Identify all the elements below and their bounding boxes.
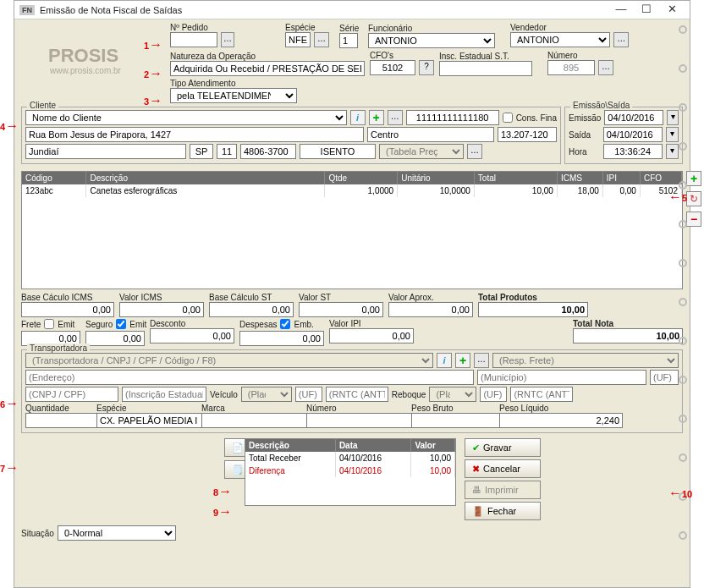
- base-st-input[interactable]: [209, 302, 294, 317]
- valor-st-input[interactable]: [299, 302, 383, 317]
- n-pedido-lookup[interactable]: …: [221, 32, 234, 47]
- reboque-rntc-input[interactable]: [510, 387, 573, 402]
- transp-lookup[interactable]: …: [474, 353, 489, 368]
- transp-municipio-input[interactable]: [477, 370, 646, 385]
- vendedor-lookup[interactable]: …: [613, 32, 629, 47]
- cancelar-button[interactable]: ✖Cancelar: [465, 459, 541, 478]
- situacao-select[interactable]: 0-Normal: [58, 525, 176, 541]
- tipo-atend-label: Tipo Atendimento: [170, 79, 297, 88]
- check-icon: ✔: [472, 442, 480, 453]
- tipo-atend-select[interactable]: pela TELEATENDIMENTO: [170, 88, 297, 103]
- seguro-emit-check[interactable]: [116, 319, 126, 329]
- remove-item-button[interactable]: −: [686, 212, 701, 227]
- cliente-fone-input[interactable]: [240, 144, 296, 159]
- reboque-placa-select[interactable]: (Placa): [429, 387, 476, 402]
- items-grid[interactable]: Código Descrição Qtde Unitário Total ICM…: [21, 171, 683, 289]
- valor-ipi-input[interactable]: [329, 328, 414, 343]
- annot-8: 8→: [213, 484, 232, 499]
- cliente-bairro-input[interactable]: [367, 127, 494, 142]
- cliente-ie-input[interactable]: [300, 144, 376, 159]
- col-codigo[interactable]: Código: [22, 172, 86, 184]
- table-row[interactable]: 123abc Canetas esferográficas 1,0000 10,…: [22, 184, 682, 197]
- add-item-button[interactable]: +: [686, 171, 701, 186]
- reboque-label: Reboque: [392, 390, 426, 399]
- veiculo-placa-select[interactable]: (Placa): [241, 387, 292, 402]
- cliente-nome-select[interactable]: Nome do Cliente: [25, 110, 347, 125]
- transp-group: Transportadora (Transportadora / CNPJ / …: [21, 349, 683, 433]
- despesas-input[interactable]: [239, 331, 324, 346]
- cliente-cep-input[interactable]: [498, 127, 557, 142]
- cliente-lookup[interactable]: …: [388, 110, 403, 125]
- especie-lookup[interactable]: …: [314, 32, 329, 47]
- receb-row[interactable]: Total Receber04/10/201610,00: [245, 452, 455, 464]
- numero-label: Número: [547, 51, 615, 60]
- veiculo-uf-input[interactable]: [295, 387, 322, 402]
- transp-qtd-label: Quantidade: [25, 404, 93, 413]
- transp-add-icon[interactable]: +: [455, 353, 470, 368]
- cfo-input[interactable]: [370, 60, 415, 75]
- gravar-button[interactable]: ✔Gravar: [465, 438, 541, 457]
- total-nota-input: [573, 328, 683, 343]
- vendedor-select[interactable]: ANTONIO: [510, 32, 610, 47]
- resp-frete-select[interactable]: (Resp. Frete): [492, 353, 679, 368]
- peso-liq-input[interactable]: [499, 413, 623, 428]
- minimize-button[interactable]: —: [608, 3, 634, 18]
- transp-cnpj-input[interactable]: [25, 387, 118, 402]
- hora-input[interactable]: [603, 144, 663, 159]
- transp-nome-select[interactable]: (Transportadora / CNPJ / CPF / Código / …: [25, 353, 433, 368]
- funcionario-select[interactable]: ANTONIO: [368, 33, 495, 48]
- saida-date[interactable]: [603, 127, 663, 142]
- col-icms[interactable]: ICMS: [557, 172, 602, 184]
- base-icms-input[interactable]: [21, 302, 114, 317]
- cfo-help[interactable]: ?: [419, 60, 434, 75]
- n-pedido-input[interactable]: [170, 32, 217, 47]
- emb-check[interactable]: [280, 319, 290, 329]
- saida-date-pick[interactable]: ▾: [666, 127, 679, 142]
- col-cfo[interactable]: CFO: [640, 172, 681, 184]
- cliente-endereco-input[interactable]: [25, 127, 364, 142]
- tabela-preco-select[interactable]: (Tabela Preço): [379, 144, 464, 159]
- receb-col-valor: Valor: [411, 439, 455, 452]
- reboque-uf-input[interactable]: [480, 387, 507, 402]
- emb-label: Emb.: [294, 320, 313, 329]
- valor-icms-input[interactable]: [119, 302, 204, 317]
- desconto-input[interactable]: [150, 328, 234, 343]
- col-ipi[interactable]: IPI: [602, 172, 640, 184]
- col-desc[interactable]: Descrição: [86, 172, 325, 184]
- cliente-ddd-input[interactable]: [217, 144, 237, 159]
- cons-fina-check[interactable]: [503, 113, 513, 123]
- brand-logo: PROSIS: [48, 45, 118, 67]
- cliente-info-icon[interactable]: i: [350, 110, 366, 125]
- col-total[interactable]: Total: [474, 172, 557, 184]
- veiculo-rntc-input[interactable]: [326, 387, 388, 402]
- cliente-add-icon[interactable]: +: [369, 110, 384, 125]
- receb-row-diff[interactable]: Diferença04/10/201610,00: [245, 464, 455, 477]
- tabela-preco-lookup[interactable]: …: [467, 144, 482, 159]
- natureza-input[interactable]: [170, 61, 365, 76]
- col-qtde[interactable]: Qtde: [325, 172, 398, 184]
- fn-badge: FN: [19, 5, 35, 15]
- valor-aprox-input[interactable]: [388, 302, 473, 317]
- transp-endereco-input[interactable]: [25, 370, 474, 385]
- hora-spin[interactable]: ▾: [666, 144, 679, 159]
- frete-emit-check[interactable]: [44, 319, 54, 329]
- maximize-button[interactable]: ☐: [634, 3, 659, 18]
- close-button[interactable]: ✕: [659, 3, 685, 18]
- seguro-input[interactable]: [85, 331, 145, 346]
- transp-info-icon[interactable]: i: [437, 353, 452, 368]
- emissao-date-pick[interactable]: ▾: [667, 110, 679, 125]
- serie-input[interactable]: [339, 33, 358, 48]
- refresh-item-button[interactable]: ↻: [686, 191, 701, 206]
- insc-est-input[interactable]: [439, 61, 532, 76]
- fechar-button[interactable]: 🚪Fechar: [465, 502, 541, 520]
- cliente-uf-input[interactable]: [190, 144, 213, 159]
- emissao-date[interactable]: [604, 110, 663, 125]
- col-unit[interactable]: Unitário: [398, 172, 475, 184]
- numero-lookup[interactable]: …: [598, 60, 613, 75]
- transp-numero-label: Número: [306, 404, 408, 413]
- especie-input[interactable]: [285, 32, 311, 47]
- transp-ie-input[interactable]: [122, 387, 206, 402]
- cliente-doc-input[interactable]: [406, 110, 499, 125]
- transp-uf-input[interactable]: [650, 370, 679, 385]
- cliente-cidade-input[interactable]: [25, 144, 186, 159]
